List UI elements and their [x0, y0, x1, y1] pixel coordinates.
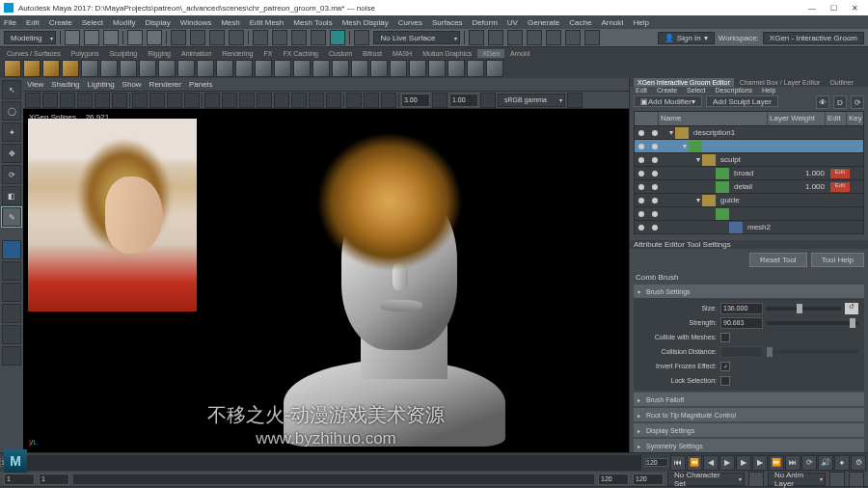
size-reset-button[interactable]: ↺	[845, 303, 858, 314]
visibility-dot[interactable]	[638, 211, 644, 217]
render-settings-icon[interactable]	[527, 30, 542, 45]
select-comp-icon[interactable]	[229, 30, 244, 45]
tool-help-button[interactable]: Tool Help	[811, 253, 864, 267]
select-surface-icon[interactable]	[209, 30, 225, 45]
menu-help[interactable]: Help	[634, 18, 649, 27]
workspace-dropdown[interactable]: XGen - Interactive Groom	[763, 32, 864, 44]
coll-dist-input[interactable]	[720, 346, 763, 358]
play-fwd-button[interactable]: ▶	[736, 455, 751, 471]
shelf-btn-21[interactable]	[390, 60, 407, 77]
shelf-btn-8[interactable]	[139, 60, 156, 77]
shelf-btn-17[interactable]	[312, 60, 330, 77]
shelf-tab-mograph[interactable]: Motion Graphics	[418, 49, 476, 58]
vp-resolution-gate-icon[interactable]	[167, 93, 182, 108]
visibility-dot[interactable]	[638, 130, 644, 136]
enable-dot[interactable]	[652, 171, 658, 176]
shelf-btn-25[interactable]	[467, 60, 484, 77]
add-sculpt-layer-button[interactable]: Add Sculpt Layer	[706, 95, 778, 107]
vp-gamma-input[interactable]	[449, 94, 478, 107]
shelf-btn-22[interactable]	[409, 60, 426, 77]
layer-row[interactable]: ▾description1	[635, 125, 863, 139]
vp-menu-panels[interactable]: Panels	[189, 80, 212, 89]
tool-scale[interactable]: ◧	[2, 186, 21, 205]
tool-select[interactable]: ↖	[2, 80, 21, 99]
vp-wireframe-icon[interactable]	[204, 93, 220, 108]
shelf-btn-7[interactable]	[120, 60, 137, 77]
hypershade-icon[interactable]	[546, 30, 561, 45]
layer-row[interactable]: broad1.000Edit	[635, 166, 863, 179]
menu-edit-mesh[interactable]: Edit Mesh	[250, 18, 285, 27]
col-key[interactable]: Key	[846, 112, 863, 125]
expand-icon[interactable]: ▾	[694, 155, 702, 164]
tab-xgen-editor[interactable]: XGen Interactive Groom Editor	[634, 78, 734, 87]
enable-dot[interactable]	[652, 198, 658, 203]
autokey-button[interactable]: ●	[834, 455, 850, 471]
ipr-icon[interactable]	[507, 30, 523, 45]
tab-attribute-editor[interactable]: Attribute Editor	[634, 240, 685, 249]
vp-colorspace-dropdown[interactable]: sRGB gamma	[498, 94, 565, 107]
anim-layer-dropdown[interactable]: No Anim Layer	[768, 473, 826, 486]
shelf-btn-4[interactable]	[62, 60, 79, 77]
shelf-tab-arnold[interactable]: Arnold	[505, 49, 534, 58]
shelf-tab-custom[interactable]: Custom	[324, 49, 357, 58]
loop-button[interactable]: ⟳	[801, 455, 817, 471]
menu-cache[interactable]: Cache	[569, 18, 591, 27]
col-weight[interactable]: Layer Weight	[767, 112, 825, 125]
shelf-btn-10[interactable]	[177, 60, 195, 77]
layer-row[interactable]: ▾guide	[635, 193, 863, 206]
layout-four[interactable]	[2, 261, 21, 281]
menu-mesh-tools[interactable]: Mesh Tools	[293, 18, 332, 27]
shelf-btn-6[interactable]	[100, 60, 118, 77]
menu-display[interactable]: Display	[146, 18, 171, 27]
snap-live-icon[interactable]	[330, 30, 345, 45]
expand-icon[interactable]: ▾	[694, 196, 702, 204]
invert-checkbox[interactable]	[720, 362, 730, 371]
brush-settings-header[interactable]: Brush Settings	[634, 285, 864, 298]
reset-tool-button[interactable]: Reset Tool	[749, 253, 807, 267]
audio-button[interactable]: 🔊	[818, 455, 833, 471]
save-scene-icon[interactable]	[103, 30, 119, 45]
xgen-menu-help[interactable]: Help	[762, 87, 775, 94]
menu-file[interactable]: File	[4, 18, 16, 27]
render-icon[interactable]	[488, 30, 503, 45]
range-track[interactable]	[73, 474, 594, 484]
vp-bookmark-icon[interactable]	[60, 93, 75, 108]
visibility-dot[interactable]	[638, 184, 644, 190]
vp-ao-icon[interactable]	[291, 93, 307, 108]
edit-button[interactable]: Edit	[830, 182, 850, 192]
select-hier-icon[interactable]	[190, 30, 205, 45]
module-selector[interactable]: Modeling	[4, 31, 56, 44]
shelf-btn-24[interactable]	[448, 60, 465, 77]
shelf-tab-animation[interactable]: Animation	[176, 49, 216, 58]
snap-curve-icon[interactable]	[272, 30, 287, 45]
enable-dot[interactable]	[652, 211, 658, 217]
vp-menu-shading[interactable]: Shading	[51, 80, 79, 89]
vp-aa-icon[interactable]	[326, 93, 341, 108]
xgen-menu-edit[interactable]: Edit	[636, 87, 647, 94]
prev-key-button[interactable]: ◀	[703, 455, 719, 471]
shelf-tab-fxcaching[interactable]: FX Caching	[278, 49, 323, 58]
step-back-button[interactable]: ⏪	[687, 455, 702, 471]
anim-prefs-button[interactable]: ⚙	[851, 455, 866, 471]
shelf-btn-3[interactable]	[42, 60, 60, 77]
menu-select[interactable]: Select	[82, 18, 103, 27]
shelf-tab-bifrost[interactable]: Bifrost	[358, 49, 387, 58]
undo-icon[interactable]	[127, 30, 143, 45]
redo-icon[interactable]	[147, 30, 162, 45]
next-key-button[interactable]: ▶	[752, 455, 768, 471]
vp-film-gate-icon[interactable]	[149, 93, 165, 108]
menu-windows[interactable]: Windows	[180, 18, 211, 27]
range-end-input[interactable]	[633, 474, 664, 485]
shelf-tab-rendering[interactable]: Rendering	[217, 49, 258, 58]
visibility-dot[interactable]	[638, 157, 644, 163]
layout-hyper[interactable]	[2, 325, 21, 344]
menu-arnold[interactable]: Arnold	[601, 18, 623, 27]
enable-dot[interactable]	[652, 225, 658, 230]
shelf-btn-1[interactable]	[4, 60, 21, 77]
brush-falloff-header[interactable]: Brush Falloff	[634, 393, 864, 406]
shelf-tab-rigging[interactable]: Rigging	[143, 49, 176, 58]
vp-xray-joints-icon[interactable]	[381, 93, 396, 108]
live-surface-dropdown[interactable]: No Live Surface	[373, 31, 460, 44]
vp-camera-lock-icon[interactable]	[42, 93, 58, 108]
minimize-button[interactable]: —	[802, 2, 822, 14]
